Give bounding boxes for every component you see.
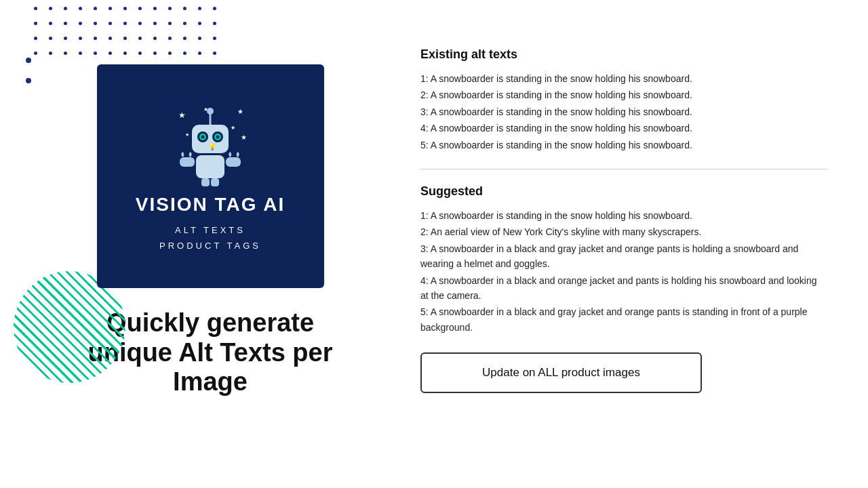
list-item: 2: A snowboarder is standing in the snow… xyxy=(420,87,827,102)
list-item: 3: A snowboarder in a black and gray jac… xyxy=(420,241,827,272)
svg-text:★: ★ xyxy=(178,110,186,120)
svg-point-14 xyxy=(216,135,220,138)
list-item: 5: A snowboarder in a black and gray jac… xyxy=(420,304,827,335)
dot-grid-decoration: // We'll render dots inline xyxy=(34,7,225,64)
svg-point-13 xyxy=(201,135,205,138)
existing-alt-texts-title: Existing alt texts xyxy=(420,47,827,62)
svg-rect-19 xyxy=(201,178,210,186)
list-item: 1: A snowboarder is standing in the snow… xyxy=(420,71,827,86)
list-item: 5: A snowboarder is standing in the snow… xyxy=(420,138,827,152)
svg-rect-20 xyxy=(211,178,219,186)
list-item: 1: A snowboarder is standing in the snow… xyxy=(420,208,827,223)
list-item: 4: A snowboarder in a black and orange j… xyxy=(420,273,827,304)
logo-card: ★ ★ ★ ★ ★ ★ 💡 xyxy=(97,64,324,288)
list-item: 4: A snowboarder is standing in the snow… xyxy=(420,121,827,136)
logo-title: VISION TAG AI xyxy=(136,194,285,216)
update-all-button[interactable]: Update on ALL product images xyxy=(420,352,702,393)
svg-text:💡: 💡 xyxy=(208,142,217,151)
right-panel: Existing alt texts 1: A snowboarder is s… xyxy=(380,0,868,488)
logo-subtitle: ALT TEXTS PRODUCT TAGS xyxy=(159,222,261,254)
svg-text:★: ★ xyxy=(231,125,235,131)
robot-icon: ★ ★ ★ ★ ★ ★ 💡 xyxy=(166,99,254,187)
side-dots-decoration xyxy=(26,58,31,83)
svg-text:★: ★ xyxy=(237,108,243,115)
svg-rect-18 xyxy=(226,157,241,167)
suggested-alt-texts-list: 1: A snowboarder is standing in the snow… xyxy=(420,208,827,336)
svg-rect-16 xyxy=(196,155,224,178)
svg-text:★: ★ xyxy=(241,134,247,141)
svg-rect-17 xyxy=(180,157,195,167)
svg-point-7 xyxy=(207,108,214,115)
list-item: 3: A snowboarder is standing in the snow… xyxy=(420,104,827,119)
suggested-title: Suggested xyxy=(420,184,827,199)
svg-text:★: ★ xyxy=(185,132,189,137)
section-divider xyxy=(420,169,827,169)
left-panel: // We'll render dots inline ★ ★ ★ ★ ★ ★ xyxy=(0,0,380,488)
list-item: 2: An aerial view of New York City's sky… xyxy=(420,224,827,239)
existing-alt-texts-list: 1: A snowboarder is standing in the snow… xyxy=(420,71,827,154)
